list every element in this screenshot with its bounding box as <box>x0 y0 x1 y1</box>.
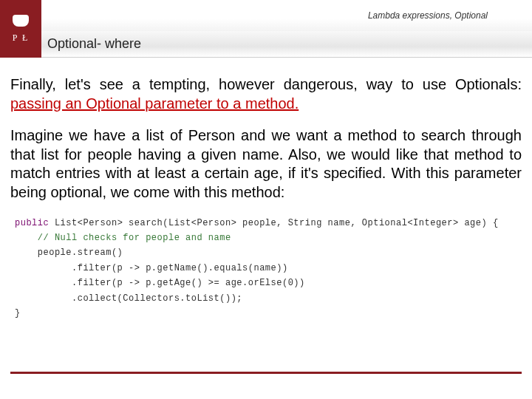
code-sample: public List<Person> search(List<Person> … <box>10 216 522 321</box>
top-bar: Lambda expressions, Optional <box>0 0 532 31</box>
logo-letters: P Ł <box>13 33 30 44</box>
section-title-bar: Optional- where <box>0 31 532 58</box>
paragraph-1: Finally, let's see a tempting, however d… <box>10 75 522 113</box>
paragraph-2: Imagine we have a list of Person and we … <box>10 126 522 202</box>
code-signature: List<Person> search(List<Person> people,… <box>49 218 498 228</box>
university-logo: P Ł <box>0 0 41 58</box>
code-line-7: } <box>15 308 21 318</box>
slide-body: Finally, let's see a tempting, however d… <box>0 58 532 328</box>
section-title: Optional- where <box>47 36 141 52</box>
footer-rule <box>10 372 522 374</box>
code-line-5: .filter(p -> p.getAge() >= age.orElse(0)… <box>15 278 305 288</box>
breadcrumb: Lambda expressions, Optional <box>0 0 532 31</box>
code-line-6: .collect(Collectors.toList()); <box>15 293 242 304</box>
code-comment: // Null checks for people and name <box>15 233 231 243</box>
code-keyword: public <box>15 218 49 228</box>
paragraph-1-lead: Finally, let's see a tempting, however d… <box>10 76 522 92</box>
eagle-icon <box>13 15 29 27</box>
paragraph-1-emphasis: passing an Optional parameter to a metho… <box>10 95 299 112</box>
code-line-3: people.stream() <box>15 248 123 258</box>
code-line-4: .filter(p -> p.getName().equals(name)) <box>15 263 288 273</box>
